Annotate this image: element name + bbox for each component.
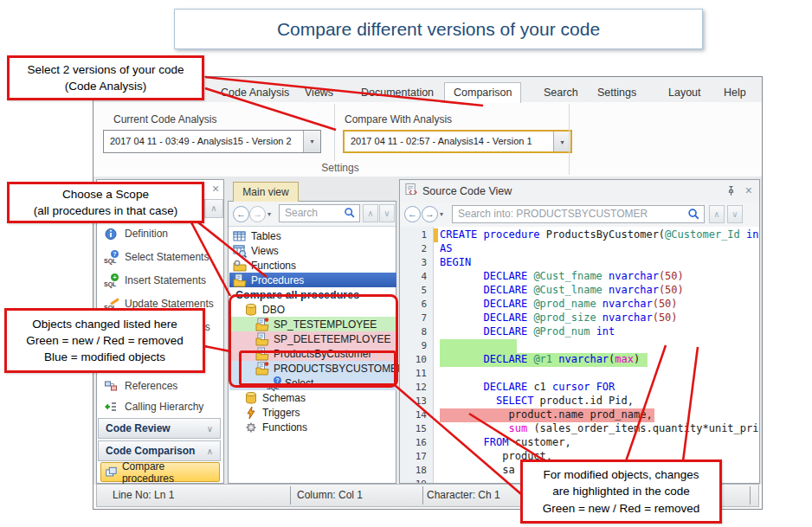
tab-views[interactable]: Views	[296, 83, 342, 102]
search-up-button[interactable]: ∧	[709, 205, 725, 223]
sidebar-section-code-review[interactable]: Code Review∨	[98, 418, 221, 439]
forward-button[interactable]: →	[422, 206, 438, 222]
tree-search-placeholder: Search	[285, 207, 318, 219]
source-view-title: Source Code View	[422, 185, 512, 197]
tree-search-input[interactable]: Search	[279, 204, 360, 222]
trigger-icon	[244, 406, 258, 420]
code-line-4: 4 DECLARE @Cust_fname nvarchar(50)	[400, 270, 759, 284]
tree-item-sp_deleteemployee[interactable]: SP_DELETEEMPLOYEE	[229, 331, 396, 346]
collapse-chevron-icon[interactable]: ∧	[204, 199, 223, 218]
pin-icon[interactable]	[725, 184, 737, 197]
callout-line: Select 2 versions of your code	[28, 61, 184, 78]
tree-item-label: Procedures	[251, 274, 304, 286]
current-analysis-combobox[interactable]: 2017 04 11 - 03:49 - Analysis15 - Versio…	[103, 130, 321, 153]
tree-item-label: ProductsByCustomer	[274, 348, 371, 360]
table-icon	[233, 229, 247, 243]
close-icon[interactable]: ×	[212, 182, 219, 196]
tree-item-sp_testemployee[interactable]: SP_TESTEMPLOYEE	[229, 317, 396, 331]
line-number: 11	[400, 367, 427, 381]
search-down-button[interactable]: ∨	[379, 204, 395, 222]
tab-comparison[interactable]: Comparison	[444, 82, 521, 103]
line-number: 1	[400, 228, 427, 242]
tree-item-procedures[interactable]: Procedures	[229, 273, 396, 287]
tab-help[interactable]: Help	[715, 83, 755, 102]
code-line-9: 9	[400, 339, 759, 353]
callout-line: Blue = modified objects	[44, 349, 165, 365]
line-number: 4	[400, 270, 427, 284]
line-number: 16	[400, 436, 427, 450]
line-number: 12	[400, 381, 427, 395]
tab-layout[interactable]: Layout	[660, 83, 710, 102]
line-number: 15	[400, 422, 427, 436]
database-icon	[244, 303, 258, 317]
tree-item-functions[interactable]: Functions	[229, 258, 396, 273]
tab-search[interactable]: Search	[535, 83, 587, 102]
tree-item-select[interactable]: SQL?Select	[229, 376, 396, 390]
procedure-icon	[233, 273, 247, 287]
code-line-15: 15 sum (sales_order_items.quantity*unit_…	[400, 422, 759, 436]
line-number: 5	[400, 284, 427, 298]
sidebar-item-label: Select Statements	[125, 251, 209, 263]
procedure-changed-icon	[255, 318, 269, 331]
line-number: 17	[400, 450, 427, 464]
callout-line: (all procedures in that case)	[34, 202, 178, 219]
tree-item-triggers[interactable]: Triggers	[229, 405, 396, 420]
line-number: 7	[400, 312, 427, 325]
sidebar-section-code-comparison[interactable]: Code Comparison∧	[98, 440, 221, 461]
callout-line: Green = new / Red = removed	[26, 332, 184, 349]
back-button[interactable]: ←	[404, 206, 421, 222]
source-view-header: Source Code View ×	[400, 180, 759, 203]
tree-item-label: SP_DELETEEMPLOYEE	[274, 333, 390, 345]
tree-item-views[interactable]: Views	[229, 243, 396, 258]
line-number: 3	[400, 256, 427, 270]
source-view-toolbar: ← → ▾ Search into: PRODUCTSBYCUSTOMER ∧ …	[400, 202, 759, 228]
chevron-down-icon: ∨	[207, 424, 213, 434]
forward-button[interactable]: →	[249, 206, 266, 222]
references-icon	[104, 379, 118, 393]
sidebar-item-insert-statements[interactable]: SQL+Insert Statements	[97, 270, 223, 291]
source-code-view-panel: Source Code View × ← → ▾ Search into: PR…	[399, 179, 760, 484]
close-icon[interactable]: ×	[745, 183, 752, 197]
tab-documentation[interactable]: Documentation	[352, 83, 442, 102]
tree-item-label: Triggers	[262, 407, 300, 419]
tree-item-functions[interactable]: Functions	[229, 420, 396, 434]
line-number: 8	[400, 325, 427, 339]
tab-main-view[interactable]: Main view	[233, 182, 299, 202]
search-up-button[interactable]: ∧	[363, 204, 378, 222]
back-button[interactable]: ←	[233, 206, 249, 222]
search-down-button[interactable]: ∨	[727, 205, 743, 223]
info-icon	[104, 227, 118, 241]
compare-procedures-button[interactable]: Compare procedures	[100, 462, 220, 482]
code-line-6: 6 DECLARE @prod_name nvarchar(50)	[400, 298, 759, 312]
line-number: 18	[400, 464, 427, 478]
compare-analysis-combobox[interactable]: 2017 04 11 - 02:57 - Analysis14 - Versio…	[343, 130, 572, 153]
sidebar-item-references[interactable]: References	[97, 376, 223, 396]
callout-modified-objects: For modified objects, changesare highlig…	[520, 460, 722, 524]
chevron-down-icon[interactable]: ▾	[553, 132, 570, 151]
code-search-input[interactable]: Search into: PRODUCTSBYCUSTOMER	[452, 205, 705, 223]
tree-item-productsbycustomer[interactable]: PRODUCTSBYCUSTOMER	[229, 361, 396, 376]
line-number: 13	[400, 395, 427, 408]
tree-item-schemas[interactable]: Schemas	[229, 390, 396, 405]
tree-item-dbo[interactable]: DBO	[229, 302, 396, 317]
tab-settings[interactable]: Settings	[589, 83, 645, 102]
sidebar-item-label: Calling Hierarchy	[125, 401, 203, 413]
history-dropdown-icon[interactable]: ▾	[440, 210, 443, 218]
change-marker	[434, 228, 438, 242]
chevron-up-icon: ∧	[207, 447, 213, 456]
tree-item-productsbycustomer[interactable]: ProductsByCustomer	[229, 346, 396, 361]
sidebar-item-select-statements[interactable]: SQL?Select Statements	[97, 247, 223, 267]
callout-line: Green = new / Red = removed	[543, 500, 700, 517]
calling-hierarchy-icon	[104, 400, 118, 414]
code-line-10: 10 DECLARE @r1 nvarchar(max)	[400, 353, 759, 367]
chevron-down-icon[interactable]: ▾	[303, 131, 320, 152]
tree-item-tables[interactable]: Tables	[229, 228, 396, 243]
status-divider	[422, 486, 423, 505]
code-area[interactable]: 1CREATE procedure ProductsByCustomer(@Cu…	[400, 227, 759, 483]
views-icon	[233, 244, 247, 258]
sidebar-item-definition[interactable]: Definition	[97, 223, 223, 244]
history-dropdown-icon[interactable]: ▾	[267, 210, 271, 218]
compare-procedures-icon	[105, 466, 118, 479]
sidebar-item-calling-hierarchy[interactable]: Calling Hierarchy	[97, 396, 223, 417]
tab-code-analysis[interactable]: Code Analysis	[212, 83, 298, 102]
